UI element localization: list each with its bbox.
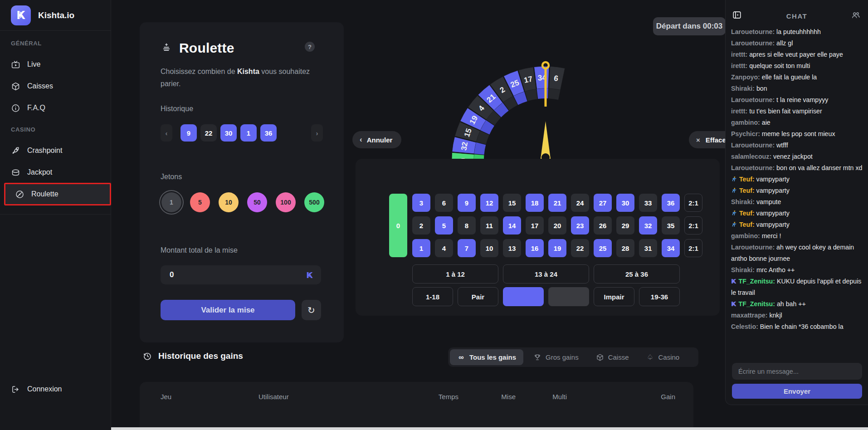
chat-message-list[interactable]: Larouetourne: la puteuhhhhhhLarouetourne…: [731, 26, 863, 354]
chat-username: TF_Zenitsu:: [739, 300, 777, 308]
bet-column-2to1[interactable]: 2:1: [684, 194, 702, 212]
bet-number-15[interactable]: 15: [503, 194, 521, 212]
bet-number-20[interactable]: 20: [548, 216, 566, 235]
bet-number-11[interactable]: 11: [480, 216, 498, 235]
token-chip-100[interactable]: 100: [276, 192, 296, 212]
history-number-chip[interactable]: 1: [240, 124, 257, 142]
history-label: Historique: [161, 105, 193, 113]
chat-message: irettt: quelque soit ton multi: [731, 60, 863, 72]
bet-outside-black[interactable]: [548, 287, 589, 306]
bet-number-3[interactable]: 3: [412, 194, 430, 212]
send-message-button[interactable]: Envoyer: [732, 384, 862, 399]
bet-number-0[interactable]: 0: [389, 194, 407, 257]
bet-outside-118[interactable]: 1-18: [412, 287, 453, 306]
bet-dozen[interactable]: 13 à 24: [503, 264, 589, 283]
bet-number-28[interactable]: 28: [616, 239, 634, 257]
history-number-chip[interactable]: 9: [180, 124, 197, 142]
cancel-button[interactable]: ‹ Annuler: [352, 131, 401, 148]
bet-number-29[interactable]: 29: [616, 216, 634, 235]
bet-column-2to1[interactable]: 2:1: [684, 239, 702, 257]
bet-number-7[interactable]: 7: [458, 239, 476, 257]
history-prev-button[interactable]: ‹: [161, 124, 172, 142]
betting-board: 03691215182124273033362:1258111417202326…: [356, 159, 720, 316]
chat-text: Bien le chain *36 cobambo la: [760, 323, 844, 330]
tab-tous-les-gains[interactable]: ∞Tous les gains: [450, 349, 523, 365]
token-chip-1[interactable]: 1: [161, 192, 181, 212]
users-icon[interactable]: [851, 10, 861, 20]
bet-number-30[interactable]: 30: [616, 194, 634, 212]
bet-number-8[interactable]: 8: [458, 216, 476, 235]
bet-number-9[interactable]: 9: [458, 194, 476, 212]
bet-number-23[interactable]: 23: [571, 216, 589, 235]
history-next-button[interactable]: ›: [311, 124, 323, 142]
chat-text: vampyparty: [756, 210, 790, 217]
token-chip-5[interactable]: 5: [190, 192, 210, 212]
bet-number-22[interactable]: 22: [571, 239, 589, 257]
help-icon[interactable]: ?: [305, 42, 315, 52]
bet-number-36[interactable]: 36: [662, 194, 680, 212]
history-number-chip[interactable]: 30: [220, 124, 237, 142]
token-chip-50[interactable]: 50: [247, 192, 267, 212]
logout-icon: [11, 385, 20, 394]
bet-number-6[interactable]: 6: [435, 194, 453, 212]
chat-message-input[interactable]: [732, 363, 862, 380]
bet-number-16[interactable]: 16: [526, 239, 544, 257]
chat-username: Larouetourne:: [731, 142, 776, 149]
chat-text: aie: [762, 119, 770, 126]
brand[interactable]: Ҝ Kishta.io: [11, 5, 74, 25]
sidebar-item-faq[interactable]: F.A.Q: [11, 99, 45, 117]
tab-gros-gains[interactable]: Gros gains: [526, 349, 586, 365]
bet-number-17[interactable]: 17: [526, 216, 544, 235]
bet-number-1[interactable]: 1: [412, 239, 430, 257]
history-number-chip[interactable]: 22: [200, 124, 217, 142]
sidebar-item-live[interactable]: Live: [11, 55, 40, 73]
sidebar: Ҝ Kishta.io GÉNÉRALLiveCaissesF.A.QCASIN…: [0, 0, 111, 430]
validate-bet-button[interactable]: Valider la mise: [161, 300, 295, 320]
bet-outside-1936[interactable]: 19-36: [639, 287, 680, 306]
chat-username: irettt:: [731, 51, 749, 58]
amount-input[interactable]: [169, 270, 306, 280]
bet-number-5[interactable]: 5: [435, 216, 453, 235]
bet-column-2to1[interactable]: 2:1: [684, 216, 702, 235]
bet-number-24[interactable]: 24: [571, 194, 589, 212]
bet-number-18[interactable]: 18: [526, 194, 544, 212]
bet-number-21[interactable]: 21: [548, 194, 566, 212]
bet-number-10[interactable]: 10: [480, 239, 498, 257]
tab-casino[interactable]: ♤Casino: [639, 349, 687, 365]
bet-number-12[interactable]: 12: [480, 194, 498, 212]
bet-number-27[interactable]: 27: [594, 194, 612, 212]
bet-outside-pair[interactable]: Pair: [458, 287, 498, 306]
history-number-chip[interactable]: 36: [260, 124, 277, 142]
sidebar-item-label: Jackpot: [27, 168, 52, 176]
bet-number-2[interactable]: 2: [412, 216, 430, 235]
bet-number-35[interactable]: 35: [662, 216, 680, 235]
reset-bet-button[interactable]: ↻: [302, 300, 321, 320]
bet-number-4[interactable]: 4: [435, 239, 453, 257]
token-chip-500[interactable]: 500: [304, 192, 324, 212]
sidebar-item-crashpoint[interactable]: Crashpoint: [11, 142, 62, 160]
infinity-icon: ∞: [457, 353, 465, 362]
tab-caisse[interactable]: Caisse: [589, 349, 636, 365]
bet-outside-blue[interactable]: [503, 287, 544, 306]
bet-number-19[interactable]: 19: [548, 239, 566, 257]
bet-number-31[interactable]: 31: [639, 239, 657, 257]
bet-dozen[interactable]: 25 à 36: [594, 264, 680, 283]
sidebar-item-connexion[interactable]: Connexion: [11, 380, 62, 398]
bet-number-25[interactable]: 25: [594, 239, 612, 257]
bet-number-33[interactable]: 33: [639, 194, 657, 212]
sidebar-item-roulette[interactable]: Roulette: [15, 185, 59, 203]
bet-number-13[interactable]: 13: [503, 239, 521, 257]
bet-dozen[interactable]: 1 à 12: [412, 264, 498, 283]
bet-number-34[interactable]: 34: [662, 239, 680, 257]
sidebar-item-caisses[interactable]: Caisses: [11, 77, 53, 95]
token-chip-10[interactable]: 10: [219, 192, 239, 212]
bet-outside-impair[interactable]: Impair: [594, 287, 634, 306]
dancer-icon: [731, 176, 737, 182]
chat-title: CHAT: [726, 12, 868, 20]
bet-number-32[interactable]: 32: [639, 216, 657, 235]
bet-number-14[interactable]: 14: [503, 216, 521, 235]
bet-number-26[interactable]: 26: [594, 216, 612, 235]
sidebar-item-jackpot[interactable]: Jackpot: [11, 163, 52, 181]
gains-table-header: JeuUtilisateurTempsMiseMultiGain: [140, 393, 693, 401]
chat-message: Shiraki: mrc Antho ++: [731, 264, 863, 276]
